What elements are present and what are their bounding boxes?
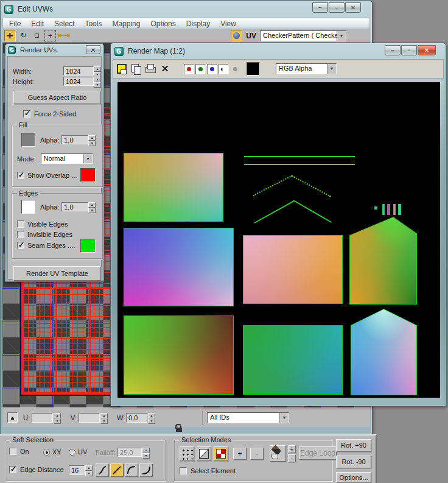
overlap-color-swatch[interactable] <box>80 168 96 182</box>
gradient-pentagon-bottom-right-fill <box>351 309 416 395</box>
linear-curve-button[interactable] <box>110 464 124 477</box>
mirror-tool-icon[interactable]: ⇤⇥ <box>58 30 69 41</box>
copy-icon[interactable] <box>130 63 141 74</box>
width-input[interactable]: 1024 <box>63 66 94 76</box>
material-id-arrow-icon[interactable]: ▼ <box>279 413 289 423</box>
pattern-dropdown-arrow-icon[interactable]: ▼ <box>337 31 346 41</box>
falloff-input[interactable]: 25,0 <box>117 448 142 457</box>
rotate-minus90-button[interactable]: Rot. -90 <box>336 456 371 468</box>
gradient-pentagon-mid-right-fill <box>350 217 416 304</box>
edge-loop-button[interactable]: Edge Loop <box>299 446 337 460</box>
show-overlap-checkbox[interactable] <box>17 172 24 179</box>
width-spinner[interactable]: ▲▼ <box>94 66 101 76</box>
rotate-plus90-button[interactable]: Rot. +90 <box>336 439 371 452</box>
print-icon[interactable] <box>145 63 156 74</box>
background-color-swatch[interactable] <box>247 62 260 76</box>
select-element-checkbox[interactable] <box>180 467 187 474</box>
xy-radio-label: XY <box>52 448 61 456</box>
edge-distance-checkbox[interactable] <box>9 466 16 473</box>
menu-edit[interactable]: Edit <box>31 19 44 28</box>
edges-alpha-input[interactable]: 1,0 <box>61 202 88 211</box>
edit-uvws-title: Edit UVWs <box>18 5 53 13</box>
delete-icon[interactable]: ✕ <box>159 63 170 74</box>
fill-mode-arrow-icon[interactable]: ▼ <box>83 154 93 163</box>
render-uv-template-button[interactable]: Render UV Template <box>13 266 101 281</box>
brush-size-plus-button[interactable]: + <box>288 445 296 453</box>
seam-edges-checkbox[interactable] <box>17 242 24 249</box>
shrink-selection-button[interactable]: - <box>250 448 264 460</box>
menu-mapping[interactable]: Mapping <box>112 19 140 28</box>
render-map-minimize-button[interactable]: − <box>385 45 401 55</box>
soft-selection-on-checkbox[interactable] <box>9 448 16 455</box>
pattern-dropdown[interactable]: CheckerPattern ( Checker ) ▼ <box>260 30 346 41</box>
red-channel-button[interactable] <box>184 64 194 74</box>
green-channel-button[interactable] <box>195 64 206 74</box>
save-icon[interactable] <box>117 64 127 74</box>
edge-distance-input[interactable]: 16 <box>69 465 85 475</box>
chevron-solid-left <box>254 200 295 224</box>
render-uvs-close-button[interactable]: ✕ <box>86 45 100 54</box>
menu-select[interactable]: Select <box>54 19 74 28</box>
edge-color-swatch[interactable] <box>21 200 35 214</box>
alpha-channel-button[interactable]: ◐ <box>219 64 229 74</box>
invisible-edges-checkbox[interactable] <box>17 231 24 238</box>
menu-display[interactable]: Display <box>186 19 210 28</box>
edit-uvws-titlebar[interactable]: G Edit UVWs − ▫ ✕ <box>1 1 372 18</box>
w-input[interactable]: 0,0 <box>126 413 147 423</box>
fill-alpha-spinner[interactable]: ▲▼ <box>88 135 96 144</box>
material-id-dropdown[interactable]: All IDs ▼ <box>207 412 289 423</box>
smooth-curve-button[interactable] <box>96 464 109 477</box>
fill-mode-dropdown[interactable]: Normal ▼ <box>41 153 93 164</box>
guess-aspect-ratio-button[interactable]: Guess Aspect Ratio <box>13 91 101 104</box>
edge-mode-button[interactable] <box>197 446 211 461</box>
absolute-offset-toggle-icon[interactable] <box>7 412 18 423</box>
height-spinner[interactable]: ▲▼ <box>94 77 101 86</box>
close-button[interactable]: ✕ <box>345 2 361 13</box>
maximize-button[interactable]: ▫ <box>329 2 345 13</box>
u-spinner[interactable]: ▲▼ <box>54 413 61 423</box>
menu-file[interactable]: File <box>9 19 21 28</box>
ease-out-curve-button[interactable] <box>125 464 138 477</box>
channel-display-dropdown[interactable]: RGB Alpha ▼ <box>276 63 337 74</box>
seam-color-swatch[interactable] <box>80 239 96 253</box>
grow-selection-button[interactable]: + <box>233 448 247 460</box>
blue-channel-button[interactable] <box>207 64 217 74</box>
move-tool-icon[interactable]: ✛ <box>4 30 16 41</box>
mono-channel-button[interactable] <box>230 64 240 74</box>
u-input[interactable] <box>32 413 53 423</box>
vertex-mode-button[interactable] <box>180 446 194 461</box>
uv-strip-line-1 <box>244 156 355 157</box>
v-spinner[interactable]: ▲▼ <box>100 413 108 423</box>
visible-edges-checkbox[interactable] <box>17 220 24 228</box>
scale-tool-icon[interactable] <box>31 30 43 41</box>
render-map-maximize-button[interactable]: ▫ <box>401 45 417 55</box>
xy-radio[interactable] <box>43 449 50 456</box>
minimize-button[interactable]: − <box>312 2 328 13</box>
w-spinner[interactable]: ▲▼ <box>148 413 155 423</box>
lock-selection-icon[interactable] <box>174 423 185 434</box>
menu-view[interactable]: View <box>220 19 236 28</box>
texture-cube-icon[interactable] <box>231 30 242 41</box>
face-mode-button[interactable] <box>214 446 228 461</box>
ease-in-curve-button[interactable] <box>139 464 153 477</box>
fill-color-swatch[interactable] <box>21 133 35 147</box>
edge-distance-spinner[interactable]: ▲▼ <box>85 465 93 475</box>
falloff-spinner[interactable]: ▲▼ <box>142 448 150 457</box>
fill-alpha-input[interactable]: 1,0 <box>61 135 88 144</box>
render-map-close-button[interactable]: ✕ <box>418 45 436 55</box>
menu-tools[interactable]: Tools <box>85 19 102 28</box>
menu-options[interactable]: Options <box>150 19 175 28</box>
render-map-titlebar[interactable]: G Render Map (1:2) − ▫ ✕ <box>111 43 446 59</box>
uv-radio[interactable] <box>69 449 75 456</box>
brush-size-minus-button[interactable]: - <box>288 454 296 462</box>
height-input[interactable]: 1024 <box>63 77 94 86</box>
options-button[interactable]: Options... <box>336 472 371 483</box>
rotate-tool-icon[interactable]: ↻ <box>18 30 29 41</box>
freeform-tool-icon[interactable]: + <box>44 30 56 41</box>
force-2sided-checkbox[interactable] <box>23 110 30 118</box>
channel-display-arrow-icon[interactable]: ▼ <box>327 64 336 74</box>
render-uvs-title: Render UVs <box>20 46 57 54</box>
paint-select-button[interactable] <box>270 445 286 462</box>
edges-alpha-spinner[interactable]: ▲▼ <box>88 202 96 211</box>
v-input[interactable] <box>79 413 100 423</box>
